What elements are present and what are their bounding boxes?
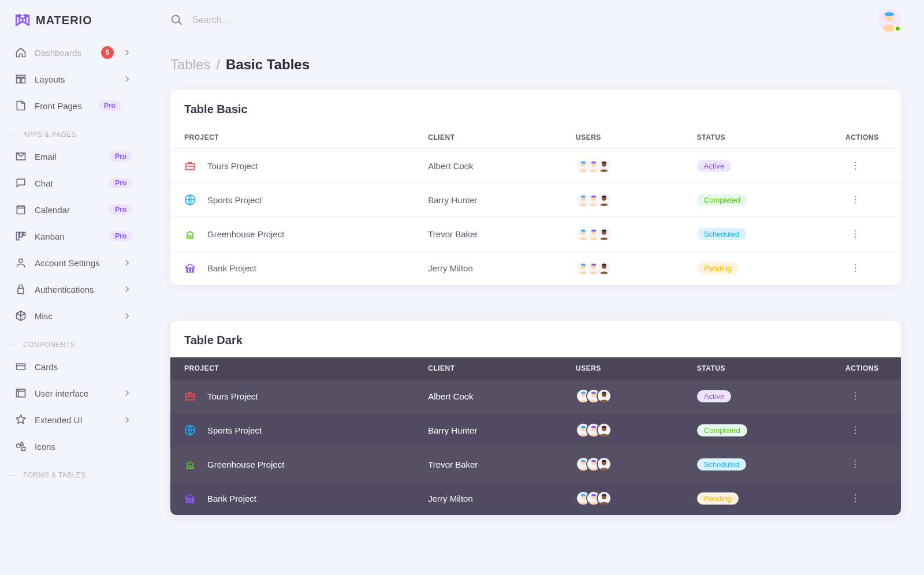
nav-item-chat[interactable]: Chat Pro xyxy=(6,170,141,196)
th-status: STATUS xyxy=(683,126,832,149)
layout-icon xyxy=(15,73,27,85)
th-project: PROJECT xyxy=(170,357,414,379)
bank-icon xyxy=(184,262,196,274)
ball-icon xyxy=(184,194,196,206)
dots-vertical-icon xyxy=(850,493,860,503)
th-actions: ACTIONS xyxy=(832,357,901,379)
th-project: PROJECT xyxy=(170,126,414,149)
avatar-icon xyxy=(597,457,612,472)
table-row: Tours Project Albert Cook Active xyxy=(170,149,901,183)
row-actions-button[interactable] xyxy=(845,420,865,440)
user-avatars xyxy=(576,260,669,275)
section-components: COMPONENTS xyxy=(6,329,141,353)
client-name: Albert Cook xyxy=(414,149,562,183)
nav-item-email[interactable]: Email Pro xyxy=(6,143,141,170)
row-actions-button[interactable] xyxy=(845,454,865,474)
breadcrumb-root[interactable]: Tables xyxy=(170,57,210,73)
nav-item-label: Cards xyxy=(35,362,58,372)
badge-pro: Pro xyxy=(109,231,132,241)
project-name: Tours Project xyxy=(207,161,258,171)
chevron-right-icon xyxy=(122,257,132,268)
avatar-icon xyxy=(597,491,612,506)
kanban-icon xyxy=(15,230,27,242)
brand-logo-icon xyxy=(15,13,30,28)
dots-vertical-icon xyxy=(850,160,860,171)
status-chip-pending: Pending xyxy=(697,262,739,274)
badge-pro: Pro xyxy=(109,178,132,188)
main-content: Tables / Basic Tables Table Basic PROJEC… xyxy=(147,0,924,575)
chevron-right-icon xyxy=(122,311,132,321)
nav-item-label: Icons xyxy=(35,442,55,451)
nav-item-extended-ui[interactable]: Extended UI xyxy=(6,406,141,433)
card-table-basic: Table Basic PROJECT CLIENT USERS STATUS … xyxy=(170,90,901,285)
search-input[interactable] xyxy=(191,14,399,26)
brand-name: MATERIO xyxy=(36,14,92,27)
table-row: Greenhouse Project Trevor Baker Schedule… xyxy=(170,217,901,251)
dots-vertical-icon xyxy=(850,391,860,401)
dots-vertical-icon xyxy=(850,229,860,239)
nav-item-label: Calendar xyxy=(35,205,70,215)
chat-icon xyxy=(15,177,27,189)
avatar-icon xyxy=(597,423,612,438)
nav-item-account-settings[interactable]: Account Settings xyxy=(6,249,141,276)
chevron-right-icon xyxy=(122,415,132,425)
cube-icon xyxy=(15,310,27,322)
row-actions-button[interactable] xyxy=(845,190,865,210)
nav-item-layouts[interactable]: Layouts xyxy=(6,66,141,92)
table-row: Tours Project Albert Cook Active xyxy=(170,379,901,413)
nav-item-icons[interactable]: Icons xyxy=(6,433,141,460)
client-name: Jerry Milton xyxy=(414,251,562,285)
project-name: Tours Project xyxy=(207,391,258,401)
nav-item-user-interface[interactable]: User interface xyxy=(6,380,141,406)
row-actions-button[interactable] xyxy=(845,488,865,508)
nav-item-cards[interactable]: Cards xyxy=(6,353,141,380)
nav-item-dashboards[interactable]: Dashboards 5 xyxy=(6,39,141,66)
nav-item-label: Account Settings xyxy=(35,258,100,268)
nav-item-authentications[interactable]: Authentications xyxy=(6,276,141,303)
project-name: Greenhouse Project xyxy=(207,460,284,469)
card-icon xyxy=(15,361,27,372)
project-name: Sports Project xyxy=(207,425,262,435)
status-chip-completed: Completed xyxy=(697,424,747,436)
row-actions-button[interactable] xyxy=(845,258,865,278)
row-actions-button[interactable] xyxy=(845,224,865,244)
user-avatars xyxy=(576,158,669,173)
th-users: USERS xyxy=(562,126,683,149)
user-avatars xyxy=(576,457,669,472)
nav-item-label: Extended UI xyxy=(35,415,83,425)
status-chip-scheduled: Scheduled xyxy=(697,458,746,471)
th-client: CLIENT xyxy=(414,357,562,379)
card-title-dark: Table Dark xyxy=(170,321,901,357)
brand-logo[interactable]: MATERIO xyxy=(6,0,141,39)
breadcrumb: Tables / Basic Tables xyxy=(170,57,901,73)
sidebar: MATERIO Dashboards 5 Layouts Front Pages… xyxy=(0,0,147,575)
status-chip-active: Active xyxy=(697,160,731,172)
badge-pro: Pro xyxy=(109,204,132,215)
row-actions-button[interactable] xyxy=(845,386,865,406)
avatar-icon xyxy=(597,158,612,173)
chevron-right-icon xyxy=(122,388,132,398)
nav-item-kanban[interactable]: Kanban Pro xyxy=(6,223,141,249)
status-chip-active: Active xyxy=(697,390,731,402)
dots-vertical-icon xyxy=(850,425,860,435)
global-search[interactable] xyxy=(170,14,867,27)
profile-avatar[interactable] xyxy=(878,9,901,32)
nav-item-front-pages[interactable]: Front Pages Pro xyxy=(6,92,141,119)
row-actions-button[interactable] xyxy=(845,156,865,176)
th-status: STATUS xyxy=(683,357,832,379)
avatar-icon xyxy=(597,260,612,275)
presence-dot xyxy=(895,25,901,32)
nav-item-label: Authentications xyxy=(35,285,94,294)
avatar-icon xyxy=(597,226,612,241)
table-row: Sports Project Barry Hunter Completed xyxy=(170,413,901,447)
avatar-icon xyxy=(597,192,612,207)
client-name: Jerry Milton xyxy=(414,481,562,516)
nav-item-misc[interactable]: Misc xyxy=(6,303,141,329)
chevron-right-icon xyxy=(129,100,132,111)
section-forms-tables: FORMS & TABLES xyxy=(6,460,141,484)
nav-item-calendar[interactable]: Calendar Pro xyxy=(6,196,141,223)
th-users: USERS xyxy=(562,357,683,379)
project-name: Greenhouse Project xyxy=(207,229,284,239)
client-name: Barry Hunter xyxy=(414,413,562,447)
client-name: Albert Cook xyxy=(414,379,562,413)
